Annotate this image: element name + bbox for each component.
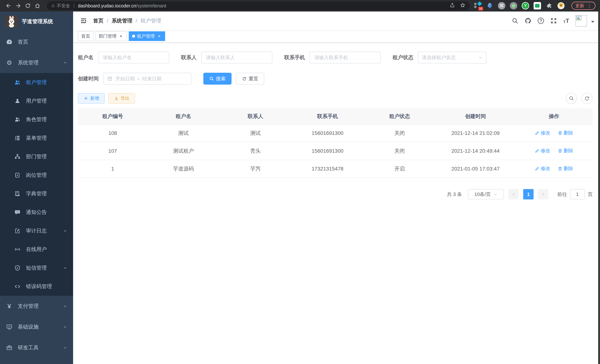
browser-forward-button[interactable] <box>13 1 23 10</box>
col-status: 租户状态 <box>364 108 436 124</box>
edit-link[interactable]: 修改 <box>535 165 550 172</box>
logo-image <box>6 16 18 28</box>
total-count: 共 3 条 <box>447 191 462 198</box>
toggle-search-button[interactable] <box>566 93 577 104</box>
tag-dept[interactable]: 部门管理 × <box>95 31 127 41</box>
refresh-icon <box>242 76 247 81</box>
security-warning-icon: ⚠ <box>51 3 55 8</box>
address-bar[interactable]: ⚠ 不安全 dashboard.yudao.iocoder.cn /system… <box>47 1 470 10</box>
sidebar-item-dev-tools[interactable]: 研发工具 <box>0 337 73 358</box>
sidebar-item-home[interactable]: 首页 <box>0 32 73 52</box>
sidebar-item-payment[interactable]: 支付管理 <box>0 296 73 317</box>
extension-balloon-icon[interactable] <box>485 1 494 10</box>
sidebar-item-role[interactable]: 角色管理 <box>0 110 73 129</box>
page-size-select[interactable]: 10条/页 <box>468 189 504 199</box>
code-icon <box>14 283 21 289</box>
col-tenant-name: 租户名 <box>147 108 219 124</box>
tag-home[interactable]: 首页 <box>78 31 94 41</box>
trash-icon <box>558 166 562 171</box>
sidebar-item-menu[interactable]: 菜单管理 <box>0 129 73 147</box>
browser-reload-button[interactable] <box>23 1 33 10</box>
header-search-icon[interactable] <box>512 18 518 24</box>
tag-tenant[interactable]: 租户管理 × <box>129 31 165 41</box>
github-icon[interactable] <box>525 18 531 24</box>
refresh-button[interactable] <box>581 93 593 104</box>
browser-back-button[interactable] <box>4 1 13 10</box>
extension-chat-icon[interactable] <box>533 1 542 10</box>
mobile-input[interactable] <box>309 52 381 64</box>
delete-link[interactable]: 删除 <box>558 165 573 172</box>
fullscreen-icon[interactable] <box>550 18 557 24</box>
table-header-row: 租户编号 租户名 联系人 联系手机 租户状态 创建时间 操作 <box>78 108 593 124</box>
status-select[interactable]: 请选择租户状态 <box>418 52 487 64</box>
add-button[interactable]: 新增 <box>78 93 105 103</box>
hamburger-icon[interactable] <box>77 14 90 28</box>
close-icon[interactable]: × <box>118 34 123 39</box>
monitor-icon <box>6 324 13 330</box>
delete-link[interactable]: 删除 <box>558 130 573 136</box>
plus-icon <box>84 96 88 101</box>
refresh-icon <box>584 96 590 101</box>
sidebar-item-sms[interactable]: 短信管理 <box>0 259 73 277</box>
download-icon <box>114 96 119 101</box>
users-icon <box>14 79 21 85</box>
avatar[interactable] <box>575 15 587 27</box>
goto-label: 前往 <box>557 191 567 198</box>
bookmark-star-icon[interactable] <box>460 2 465 9</box>
breadcrumb-home[interactable]: 首页 <box>93 17 103 24</box>
contact-input[interactable] <box>201 52 272 64</box>
extension-y-icon[interactable]: Y <box>521 1 530 10</box>
date-start-placeholder: 开始日期 <box>115 75 135 82</box>
logo[interactable]: 芋道管理系统 <box>0 11 73 32</box>
extensions-puzzle-icon[interactable] <box>545 1 554 10</box>
caret-down-icon[interactable] <box>591 21 594 24</box>
edit-link[interactable]: 修改 <box>535 130 550 136</box>
breadcrumb-current: 租户管理 <box>141 17 161 24</box>
prev-page-button[interactable] <box>508 189 519 199</box>
goto-page-input[interactable] <box>570 189 585 199</box>
edit-pen-icon <box>535 149 540 153</box>
close-icon[interactable]: × <box>157 34 162 39</box>
chevron-down-icon <box>63 325 67 329</box>
dashboard-icon <box>6 39 13 45</box>
browser-update-button[interactable]: 更新 ⋮ <box>572 2 596 10</box>
profile-avatar-icon[interactable] <box>557 1 565 10</box>
tree-menu-icon <box>14 135 21 141</box>
chevron-down-icon <box>478 56 482 60</box>
delete-link[interactable]: 删除 <box>558 148 573 154</box>
screen: ⚠ 不安全 dashboard.yudao.iocoder.cn /system… <box>0 0 600 364</box>
scrollbar[interactable] <box>598 11 600 364</box>
breadcrumb-system[interactable]: 系统管理 <box>112 17 132 24</box>
share-icon[interactable] <box>450 2 455 9</box>
date-range-picker[interactable]: 开始日期 - 结束日期 <box>103 73 191 84</box>
sidebar-item-tenant[interactable]: 租户管理 <box>0 73 73 92</box>
extension-diamond-icon[interactable]: 10 <box>473 1 482 10</box>
chevron-down-icon <box>63 304 67 308</box>
export-button[interactable]: 导出 <box>108 93 135 103</box>
next-page-button[interactable] <box>538 189 548 199</box>
sidebar-item-user[interactable]: 用户管理 <box>0 92 73 110</box>
sidebar-item-notice[interactable]: 通知公告 <box>0 203 73 222</box>
extension-record-icon[interactable] <box>509 1 518 10</box>
browser-home-button[interactable] <box>33 1 42 10</box>
sidebar-item-error-code[interactable]: 错误码管理 <box>0 277 73 296</box>
sidebar-item-post[interactable]: 岗位管理 <box>0 166 73 184</box>
sidebar-item-online-users[interactable]: 在线用户 <box>0 240 73 259</box>
create-time-label: 创建时间 <box>78 75 99 82</box>
sidebar-item-audit-log[interactable]: 审计日志 <box>0 222 73 240</box>
reset-button[interactable]: 重置 <box>236 73 264 84</box>
search-button[interactable]: 搜索 <box>203 73 232 84</box>
font-size-icon[interactable]: TT <box>563 18 569 24</box>
extension-command-icon[interactable]: ⌘ <box>497 1 506 10</box>
sidebar-item-system[interactable]: ⚙ 系统管理 <box>0 52 73 73</box>
browser-menu-icon[interactable]: ⋮ <box>587 3 592 9</box>
sidebar-item-infra[interactable]: 基础设施 <box>0 317 73 337</box>
tenant-name-input[interactable] <box>98 52 169 64</box>
help-icon[interactable]: ? <box>538 18 544 24</box>
sidebar-item-dict[interactable]: 字典管理 <box>0 184 73 203</box>
sidebar-item-dept[interactable]: 部门管理 <box>0 147 73 166</box>
sidebar: 芋道管理系统 首页 ⚙ 系统管理 租户管理 用户管理 <box>0 11 73 364</box>
col-created: 创建时间 <box>436 108 516 124</box>
current-page[interactable]: 1 <box>523 189 534 199</box>
edit-link[interactable]: 修改 <box>535 148 550 154</box>
